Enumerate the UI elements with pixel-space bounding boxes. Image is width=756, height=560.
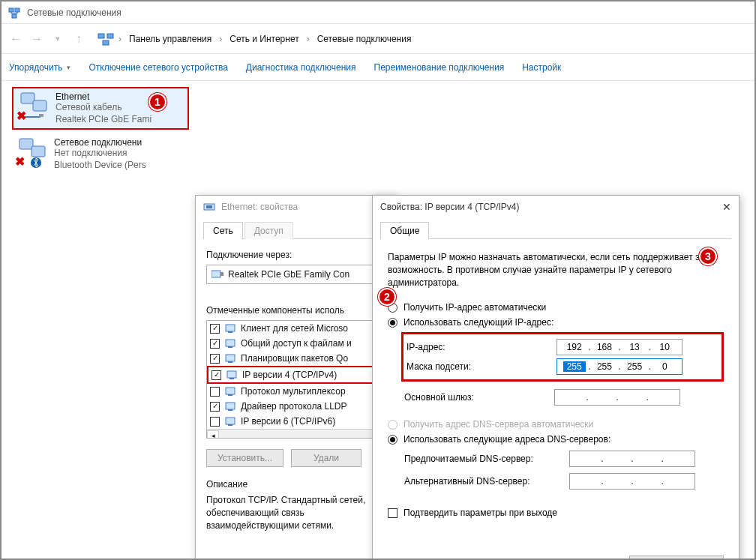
- tabs: Общие: [380, 221, 731, 239]
- radio-icon: [388, 318, 398, 328]
- svg-rect-15: [212, 271, 220, 277]
- checkbox-icon: [388, 508, 398, 518]
- close-icon[interactable]: ✕: [722, 201, 731, 213]
- error-x-icon: ✖: [16, 109, 26, 123]
- nav-back-icon[interactable]: ←: [8, 32, 24, 46]
- protocol-icon: [224, 400, 236, 412]
- component-name: Протокол мультиплексор: [241, 386, 346, 397]
- window-title: Сетевые подключения: [27, 7, 122, 18]
- svg-rect-7: [33, 100, 46, 111]
- gateway-input[interactable]: . . .: [554, 389, 680, 406]
- checkbox-icon[interactable]: [210, 402, 220, 412]
- description-label: Описание: [206, 479, 385, 490]
- scroll-left-icon[interactable]: ◂: [207, 430, 219, 439]
- connection-device: Bluetooth Device (Pers: [54, 160, 146, 172]
- checkbox-icon[interactable]: [210, 339, 220, 349]
- disable-device-button[interactable]: Отключение сетевого устройства: [88, 62, 227, 73]
- breadcrumb-category[interactable]: Сеть и Интернет: [226, 32, 302, 46]
- ip-address-input[interactable]: 192. 168. 13. 10: [556, 339, 682, 355]
- chevron-right-icon: ›: [118, 34, 122, 44]
- protocol-icon: [224, 337, 236, 349]
- radio-label: Использовать следующий IP-адрес:: [404, 317, 554, 328]
- component-row[interactable]: Планировщик пакетов Qo: [207, 351, 384, 366]
- connection-name: Ethernet: [56, 91, 152, 102]
- protocol-icon: [224, 352, 236, 364]
- checkbox-icon[interactable]: [210, 417, 220, 427]
- radio-manual-dns[interactable]: Использовать следующие адреса DNS-сервер…: [388, 434, 724, 445]
- svg-rect-6: [21, 93, 34, 103]
- svg-rect-14: [206, 205, 212, 208]
- breadcrumb-leaf[interactable]: Сетевые подключения: [314, 32, 415, 46]
- diagnose-button[interactable]: Диагностика подключения: [246, 62, 356, 73]
- components-list[interactable]: Клиент для сетей MicrosoОбщий доступ к ф…: [206, 320, 385, 439]
- svg-rect-3: [98, 34, 104, 38]
- protocol-icon: [224, 385, 236, 397]
- radio-auto-dns: Получить адрес DNS-сервера автоматически: [388, 419, 724, 430]
- svg-rect-26: [228, 394, 232, 396]
- ip-address-label: IP-адрес:: [406, 342, 556, 352]
- svg-rect-9: [39, 114, 44, 117]
- radio-label: Использовать следующие адреса DNS-сервер…: [404, 434, 610, 445]
- svg-rect-16: [220, 272, 224, 276]
- component-row[interactable]: Клиент для сетей Microso: [207, 321, 384, 336]
- connection-bluetooth[interactable]: ✖ Сетевое подключени Нет подключения Blu…: [12, 134, 189, 174]
- radio-auto-ip[interactable]: Получить IP-адрес автоматически: [388, 302, 724, 313]
- ip-octet: 0: [653, 361, 676, 372]
- checkbox-icon[interactable]: [212, 370, 221, 380]
- component-row[interactable]: Общий доступ к файлам и: [207, 336, 384, 351]
- svg-rect-5: [103, 40, 109, 45]
- component-name: IP версии 4 (TCP/IPv4): [242, 370, 337, 380]
- svg-rect-29: [226, 418, 235, 424]
- breadcrumb-root-icon: [98, 32, 114, 46]
- component-row[interactable]: Драйвер протокола LLDP: [207, 399, 384, 414]
- bluetooth-conn-icon: ✖: [15, 137, 48, 169]
- svg-rect-4: [107, 34, 113, 38]
- chevron-right-icon: ›: [307, 34, 310, 44]
- svg-rect-2: [12, 14, 16, 18]
- ipv4-properties-dialog: Свойства: IP версии 4 (TCP/IPv4) ✕ Общие…: [372, 195, 740, 560]
- chevron-right-icon: ›: [219, 34, 222, 44]
- organize-button[interactable]: Упорядочить: [9, 62, 70, 73]
- h-scrollbar[interactable]: ◂ ▸: [207, 429, 384, 439]
- checkbox-icon[interactable]: [210, 324, 220, 334]
- radio-icon: [388, 420, 398, 430]
- info-text: Параметры IP можно назначать автоматичес…: [388, 251, 724, 289]
- install-button[interactable]: Установить...: [206, 449, 284, 467]
- radio-icon: [388, 435, 398, 445]
- tab-network[interactable]: Сеть: [203, 222, 243, 239]
- uninstall-button[interactable]: Удали: [291, 449, 362, 467]
- component-row[interactable]: IP версии 4 (TCP/IPv4): [207, 366, 384, 384]
- radio-manual-ip[interactable]: Использовать следующий IP-адрес:: [388, 317, 724, 328]
- checkbox-icon[interactable]: [210, 387, 220, 397]
- advanced-button[interactable]: Дополнительно...: [629, 556, 724, 560]
- network-icon: [8, 6, 21, 19]
- dialog-titlebar: Ethernet: свойства: [196, 196, 395, 218]
- dns1-input[interactable]: . . .: [569, 451, 695, 467]
- tab-sharing[interactable]: Доступ: [244, 222, 293, 239]
- ethernet-icon: ✖: [16, 91, 50, 123]
- subnet-mask-input[interactable]: 255. 255. 255. 0: [556, 358, 682, 375]
- breadcrumb-root[interactable]: Панель управления: [126, 32, 214, 46]
- svg-rect-28: [228, 409, 232, 411]
- protocol-icon: [226, 369, 238, 381]
- dns2-input[interactable]: . . .: [569, 473, 695, 490]
- nav-history-icon[interactable]: ▾: [50, 34, 66, 43]
- tab-general[interactable]: Общие: [380, 222, 429, 239]
- settings-button[interactable]: Настройк: [522, 62, 561, 73]
- svg-rect-27: [226, 403, 235, 409]
- ip-octet: 168: [593, 342, 616, 352]
- checkbox-icon[interactable]: [210, 354, 220, 364]
- ip-octet: 10: [653, 342, 676, 352]
- nav-up-icon[interactable]: ↑: [70, 32, 87, 46]
- toolbar: Упорядочить Отключение сетевого устройст…: [2, 54, 754, 81]
- svg-rect-20: [228, 346, 232, 348]
- component-row[interactable]: IP версии 6 (TCP/IPv6): [207, 414, 384, 429]
- nav-forward-icon[interactable]: →: [28, 32, 45, 46]
- dns2-label: Альтернативный DNS-сервер:: [404, 476, 569, 487]
- rename-button[interactable]: Переименование подключения: [374, 62, 505, 73]
- svg-rect-21: [226, 355, 235, 361]
- svg-rect-11: [32, 146, 45, 157]
- component-row[interactable]: Протокол мультиплексор: [207, 384, 384, 399]
- connection-name: Сетевое подключени: [54, 137, 146, 148]
- confirm-on-exit-checkbox[interactable]: Подтвердить параметры при выходе: [388, 508, 724, 518]
